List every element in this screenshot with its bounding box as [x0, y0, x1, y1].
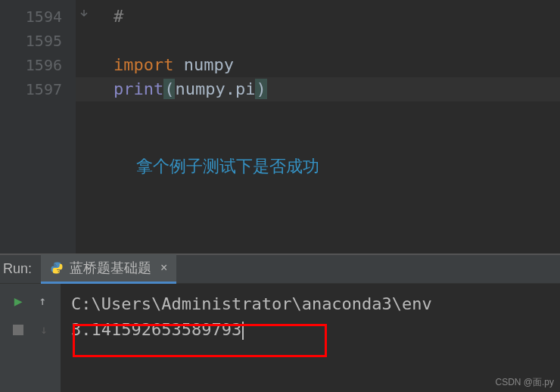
console-path: C:\Users\Administrator\anaconda3\env: [71, 291, 549, 317]
paren-open: (: [163, 79, 175, 99]
line-number: 1595: [0, 29, 62, 53]
run-tab-title: 蓝桥题基础题: [70, 259, 151, 277]
line-number-gutter: 1594 1595 1596 1597: [0, 0, 76, 254]
run-panel: Run: 蓝桥题基础题 × ▶ ↑ ↓ C:\Users\Administrat…: [0, 255, 560, 392]
scroll-down-icon[interactable]: ↓: [40, 322, 48, 337]
editor-area: 1594 1595 1596 1597 # import numpy print…: [0, 0, 560, 254]
keyword-import: import: [114, 55, 173, 74]
annotation-text: 拿个例子测试下是否成功: [136, 154, 560, 179]
close-icon[interactable]: ×: [160, 261, 167, 275]
run-toolbar: ▶ ↑ ↓: [0, 284, 61, 392]
code-editor[interactable]: # import numpy print(numpy.pi) 拿个例子测试下是否…: [76, 0, 560, 254]
line-number: 1597: [0, 77, 62, 101]
scroll-up-icon[interactable]: ↑: [39, 294, 47, 308]
run-label: Run:: [0, 261, 41, 277]
cursor: [242, 322, 244, 340]
line-number: 1596: [0, 53, 62, 77]
run-icon[interactable]: ▶: [14, 293, 23, 309]
run-tab[interactable]: 蓝桥题基础题 ×: [41, 254, 176, 284]
builtin-print: print: [114, 79, 163, 98]
code-comment: #: [114, 7, 123, 26]
python-icon: [50, 261, 64, 275]
line-number: 1594: [0, 5, 62, 29]
stop-icon[interactable]: [13, 325, 23, 335]
watermark: CSDN @面.py: [495, 376, 554, 389]
run-header: Run: 蓝桥题基础题 ×: [0, 255, 560, 284]
console-output[interactable]: C:\Users\Administrator\anaconda3\env 3.1…: [61, 284, 560, 392]
paren-close: ): [255, 79, 266, 99]
console-result: 3.141592653589793: [71, 320, 241, 339]
module-name: numpy: [184, 55, 234, 74]
